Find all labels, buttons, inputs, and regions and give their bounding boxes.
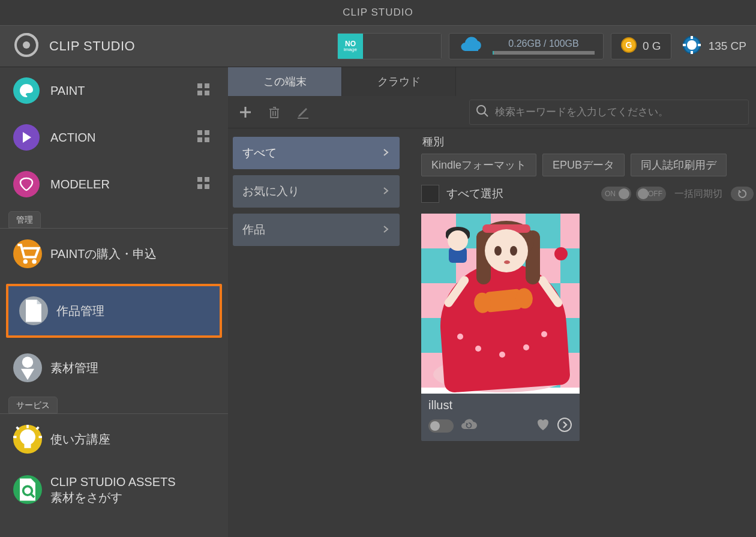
svg-rect-6 [691,36,693,39]
paint-app-icon [13,77,40,104]
sidebar-item-action[interactable]: ACTION [0,114,228,161]
sidebar-item-label: PAINTの購入・申込 [50,246,157,262]
cloud-icon [458,37,484,56]
svg-rect-13 [205,91,209,95]
svg-rect-35 [271,109,278,118]
svg-rect-27 [24,443,31,448]
apps-grid-icon[interactable] [197,176,228,192]
sidebar-item-label: PAINT [50,84,186,98]
gold-value: 0 G [643,40,661,53]
window-title: CLIP STUDIO [343,7,413,19]
svg-line-40 [484,113,488,116]
sidebar: PAINT ACTION MODELER 管理 PAINTの購入・申込 [0,67,228,537]
svg-rect-12 [197,91,202,95]
select-all-checkbox[interactable] [421,185,439,203]
search-icon [476,104,489,120]
cart-icon [13,239,42,268]
cloud-sync-icon[interactable] [460,418,478,434]
type-doujin[interactable]: 同人誌印刷用デ [631,154,727,176]
type-kindle[interactable]: Kindleフォーマット [421,154,536,176]
sync-off-switch[interactable]: OFF [636,187,666,201]
sidebar-item-modeler[interactable]: MODELER [0,161,228,208]
search-box[interactable] [469,100,749,125]
gold-coin-icon: G [621,37,637,55]
add-button[interactable] [233,100,258,125]
svg-marker-25 [21,369,34,380]
toolbar: CLIP STUDIO NOimage 0.26GB / 100GB G 0 G [0,25,756,67]
sync-on-switch[interactable]: ON [601,187,631,201]
materials-icon [13,353,42,382]
sidebar-item-label: CLIP STUDIO ASSETS [50,474,176,490]
sidebar-item-paint[interactable]: PAINT [0,67,228,114]
svg-rect-16 [197,137,202,142]
svg-rect-14 [197,130,202,135]
sidebar-item-howto[interactable]: 使い方講座 [0,414,228,464]
filter-favorites[interactable]: お気に入り [233,175,400,208]
svg-rect-7 [691,51,693,54]
svg-rect-19 [205,177,209,182]
refresh-button[interactable] [731,187,754,201]
sidebar-item-label: 使い方講座 [50,431,110,448]
sidebar-item-works-management[interactable]: 作品管理 [6,284,222,338]
cloud-storage-box[interactable]: 0.26GB / 100GB [449,33,604,59]
svg-rect-20 [197,184,202,189]
gold-balance[interactable]: G 0 G [611,33,671,59]
chevron-right-icon [382,223,390,236]
svg-line-31 [17,427,19,430]
apps-grid-icon[interactable] [197,130,228,145]
cp-chip-icon [682,35,701,57]
batch-sync-label: 一括同期切 [674,188,722,200]
lightbulb-icon [13,425,42,454]
storage-text: 0.26GB / 100GB [508,38,578,49]
cp-balance[interactable]: 135 CP [679,35,746,57]
sidebar-item-label: MODELER [50,178,186,191]
tabs: この端末 クラウド [228,67,756,96]
filter-all[interactable]: すべて [233,137,400,169]
svg-point-26 [20,429,35,445]
svg-rect-21 [205,184,209,189]
svg-rect-17 [205,137,209,142]
sidebar-item-materials[interactable]: 素材管理 [0,343,228,393]
work-thumbnail [421,214,580,394]
apps-grid-icon[interactable] [197,83,228,98]
svg-point-5 [687,40,697,50]
sidebar-item-assets[interactable]: CLIP STUDIO ASSETS 素材をさがす [0,464,228,515]
assets-search-icon [13,475,42,504]
favorite-icon[interactable] [535,417,551,435]
edit-button[interactable] [290,100,316,125]
clip-studio-logo-icon [13,32,40,61]
window-titlebar: CLIP STUDIO [0,0,756,25]
works-grid-area: 種別 Kindleフォーマット EPUBデータ 同人誌印刷用デ すべて選択 ON… [408,128,756,537]
svg-rect-8 [683,44,686,46]
storage-meter: 0.26GB / 100GB [493,38,595,55]
type-epub[interactable]: EPUBデータ [542,154,625,176]
search-input[interactable] [495,106,742,118]
cp-value: 135 CP [709,40,746,53]
document-icon [19,296,48,325]
tab-cloud[interactable]: クラウド [342,67,456,96]
svg-rect-15 [205,130,209,135]
action-app-icon [13,124,40,151]
delete-button[interactable] [262,100,287,125]
svg-text:G: G [626,40,632,50]
select-all-label: すべて選択 [446,186,503,202]
tab-local[interactable]: この端末 [228,67,342,96]
type-filter-row: Kindleフォーマット EPUBデータ 同人誌印刷用デ [421,154,754,176]
filter-list: すべて お気に入り 作品 [228,128,408,537]
brand-text: CLIP STUDIO [49,38,135,54]
svg-point-24 [22,357,33,368]
sidebar-item-purchase[interactable]: PAINTの購入・申込 [0,229,228,279]
svg-rect-11 [205,83,209,88]
chevron-right-icon [382,185,390,198]
open-icon[interactable] [557,417,572,435]
svg-rect-9 [698,44,701,46]
ad-box[interactable]: NOimage [337,33,442,59]
sidebar-item-label: ACTION [50,131,186,145]
work-card[interactable]: illust [421,214,580,441]
svg-rect-10 [197,83,202,88]
brand[interactable]: CLIP STUDIO [0,32,228,61]
work-sync-toggle[interactable] [428,419,454,433]
sidebar-item-label: 素材をさがす [50,490,176,505]
type-label: 種別 [422,134,754,149]
filter-works[interactable]: 作品 [233,214,400,246]
